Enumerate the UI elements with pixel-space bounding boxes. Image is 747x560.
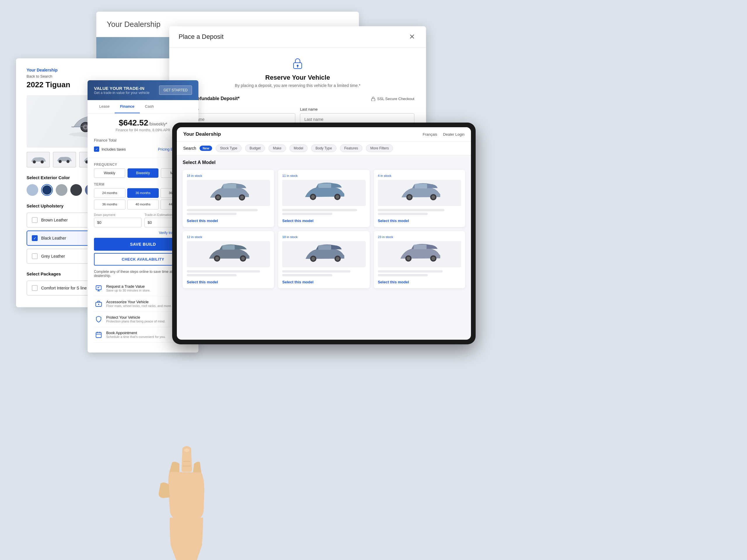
down-payment-input[interactable] <box>94 218 141 227</box>
color-dark-blue[interactable] <box>41 184 53 196</box>
dealer-login-link[interactable]: Dealer Login <box>443 132 465 136</box>
model-1-lines <box>187 209 270 215</box>
filter-more[interactable]: More Filters <box>366 145 393 152</box>
svg-point-44 <box>336 195 339 199</box>
tablet-nav: Search New Stock Type Budget Make Model … <box>177 142 471 155</box>
model-3-select[interactable]: Select this model <box>378 219 461 223</box>
svg-point-13 <box>33 160 36 164</box>
model-1-select[interactable]: Select this model <box>187 219 270 223</box>
tablet-screen: Your Dealership Français Dealer Login Se… <box>177 127 471 340</box>
model-5-lines <box>282 270 365 276</box>
filter-body-type[interactable]: Body Type <box>311 145 336 152</box>
step-appt-name: Book Appointment <box>106 331 166 335</box>
svg-rect-50 <box>222 245 235 250</box>
svg-point-57 <box>311 257 315 261</box>
finance-tabs: Lease Finance Cash <box>87 100 199 113</box>
model-1-img <box>187 180 270 206</box>
model-6-svg <box>396 244 443 264</box>
model-6-stock: 23 in stock <box>378 235 461 239</box>
back-to-search[interactable]: Back to Search <box>27 74 178 78</box>
trade-in-sub: Get a trade-in value for your vehicle <box>94 91 149 95</box>
tab-cash[interactable]: Cash <box>140 100 159 113</box>
upholstery-black-name: Black Leather <box>41 236 66 240</box>
svg-point-14 <box>41 160 44 164</box>
new-badge[interactable]: New <box>200 146 212 151</box>
model-5-select[interactable]: Select this model <box>282 280 365 284</box>
color-silver[interactable] <box>56 184 68 196</box>
filter-budget[interactable]: Budget <box>245 145 265 152</box>
term-36-active[interactable]: 36 months <box>127 188 159 198</box>
model-2-select[interactable]: Select this model <box>282 219 365 223</box>
thumb-1-svg <box>29 155 47 164</box>
step-trade-desc: Save up to 30 minutes in store. <box>106 288 151 292</box>
term-36c[interactable]: 36 months <box>94 200 126 209</box>
model-1-stock: 18 in stock <box>187 174 270 177</box>
tablet-device: Your Dealership Français Dealer Login Se… <box>172 123 475 345</box>
freq-biweekly[interactable]: Biweekly <box>128 169 159 178</box>
filter-features[interactable]: Features <box>340 145 362 152</box>
thumb-2-svg <box>56 155 73 164</box>
model-card-3: 4 in stock <box>374 170 465 227</box>
includes-tax-checkbox[interactable]: ✓ <box>94 147 99 152</box>
tablet-header-right: Français Dealer Login <box>422 132 465 136</box>
model-3-svg <box>396 182 443 203</box>
configurator-brand: Your Dealership <box>27 68 178 72</box>
model-grid: 18 in stock <box>183 170 465 288</box>
filter-stock-type[interactable]: Stock Type <box>216 145 241 152</box>
model-2-img <box>282 180 365 206</box>
model-card-6: 23 in stock <box>374 231 465 288</box>
search-label: Search <box>183 146 196 151</box>
model-4-select[interactable]: Select this model <box>187 280 270 284</box>
tablet-brand: Your Dealership <box>183 131 221 137</box>
down-payment-label: Down payment <box>94 213 141 217</box>
tab-lease[interactable]: Lease <box>94 100 115 113</box>
svg-point-62 <box>407 257 410 260</box>
step-trade-name: Request a Trade Value <box>106 284 151 288</box>
svg-rect-27 <box>96 332 101 338</box>
model-5-stock: 18 in stock <box>282 235 365 239</box>
trade-in-banner: VALUE YOUR TRADE-IN Get a trade-in value… <box>87 80 199 100</box>
francais-link[interactable]: Français <box>422 132 437 136</box>
model-6-img <box>378 241 461 267</box>
close-modal-button[interactable]: ✕ <box>407 32 417 42</box>
deposit-modal-header: Place a Deposit ✕ <box>169 26 426 48</box>
reserve-sub: By placing a deposit, you are reserving … <box>181 83 414 88</box>
color-light-blue[interactable] <box>27 184 38 196</box>
finance-amount: $642.52 <box>119 118 148 128</box>
svg-point-47 <box>408 196 411 199</box>
step-protect-icon <box>94 314 103 324</box>
package-comfort-name: Comfort Interior for S line <box>41 286 87 290</box>
upholstery-black-check: ✓ <box>32 235 37 241</box>
finance-total-label: Finance Total <box>94 138 117 143</box>
thumb-2[interactable] <box>53 152 76 168</box>
step-appt-desc: Schedule a time that's convenient for yo… <box>106 335 166 338</box>
ssl-lock-icon <box>371 96 376 101</box>
model-3-img <box>378 180 461 206</box>
model-2-svg <box>301 182 347 203</box>
reserve-title: Reserve Your Vehicle <box>181 74 414 81</box>
term-40[interactable]: 40 months <box>127 200 159 209</box>
reserve-hero: Reserve Your Vehicle By placing a deposi… <box>181 57 414 88</box>
svg-point-64 <box>432 257 435 260</box>
down-payment-group: Down payment <box>94 213 141 227</box>
hand-overlay <box>140 440 233 560</box>
svg-point-49 <box>432 196 435 199</box>
freq-weekly[interactable]: Weekly <box>94 169 125 178</box>
model-5-img <box>282 241 365 267</box>
package-comfort-check <box>32 285 37 291</box>
filter-model[interactable]: Model <box>289 145 308 152</box>
filter-make[interactable]: Make <box>268 145 286 152</box>
model-6-select[interactable]: Select this model <box>378 280 461 284</box>
term-24[interactable]: 24 months <box>94 188 126 198</box>
get-started-button[interactable]: GET STARTED <box>159 85 192 95</box>
svg-point-15 <box>59 160 62 163</box>
tab-finance[interactable]: Finance <box>115 100 139 113</box>
upholstery-grey-check <box>32 253 37 259</box>
color-dark-grey[interactable] <box>70 184 82 196</box>
svg-rect-55 <box>318 245 331 250</box>
model-card-1: 18 in stock <box>183 170 274 227</box>
thumb-1[interactable] <box>27 152 50 168</box>
svg-point-8 <box>84 126 87 128</box>
model-2-stock: 11 in stock <box>282 174 365 177</box>
model-4-svg <box>205 244 252 264</box>
